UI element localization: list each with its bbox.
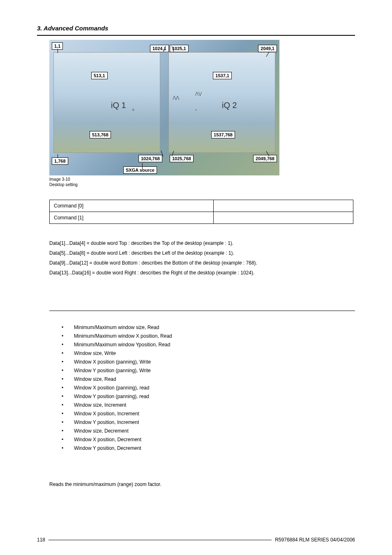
list-item: •Window X position, Increment [62,410,355,418]
list-item: •Window X position (panning), Write [62,358,355,366]
bullet-icon: • [62,341,74,349]
list-item-label: Window size, Read [74,375,116,384]
bullet-icon: • [62,366,74,375]
bullet-icon: • [62,435,74,444]
coord-br: 2049,768 [253,155,277,162]
list-item-label: Window X position, Decrement [74,435,141,444]
diagram-container: iQ 1 iQ 2 ⋀⋀ ⋀⋁ ✈ • 1,1 1024,1 1025,1 20… [49,40,355,175]
list-item: •Window X position, Decrement [62,435,355,444]
birds-decor: ⋀⋀ [173,95,179,100]
caption-line-1: Image 3-10 [49,177,70,182]
list-item-label: Window Y position (panning), read [74,392,149,401]
connector [142,163,143,170]
connector [58,49,58,53]
command-table: Command [0] Command [1] [49,200,353,224]
coord-ml-right: 1537,1 [213,72,232,79]
bullet-icon: • [62,332,74,341]
list-item-label: Window Y position, Increment [74,418,139,427]
caption-line-2: Desktop setting [49,182,78,187]
document-id: R5976884 RLM SERIES 04/04/2006 [275,537,355,543]
cmd1-value [214,212,353,224]
page-number: 118 [37,537,45,543]
list-item-label: Minimum/Maximum window X position, Read [74,332,172,341]
iq2-label: iQ 2 [222,101,237,110]
list-item-label: Window X position (panning), Write [74,358,151,366]
coord-bml: 1024,768 [138,155,162,162]
bullet-icon: • [62,410,74,418]
list-item-label: Window X position (panning), read [74,384,149,392]
list-item-label: Window Y position (panning), Write [74,366,151,375]
bullet-icon: • [62,418,74,427]
divider [49,311,355,311]
dot-decor: • [195,108,197,112]
list-item: •Window size, Write [62,349,355,358]
list-item: •Window Y position (panning), read [62,392,355,401]
list-item: •Window size, Increment [62,401,355,410]
list-item: •Window size, Decrement [62,427,355,435]
data-line-2: Data[5]...Data[8] = double word Left : d… [49,248,355,258]
data-line-4: Data[13]...Data[16] = double word Right … [49,268,355,278]
plane-decor: ✈ [131,108,135,112]
coord-ml-left: 513,1 [91,72,108,79]
list-item: •Minimum/Maximum window X position, Read [62,332,355,341]
coord-br-right: 1537,768 [211,131,235,138]
list-item-label: Window size, Decrement [74,427,129,435]
sxga-source-label: SXGA source [123,166,157,174]
header-rule [37,35,355,36]
bullet-icon: • [62,375,74,384]
list-item-label: Minimum/Maximum window size, Read [74,323,159,332]
list-item: •Window size, Read [62,375,355,384]
bullet-icon: • [62,358,74,366]
birds-decor: ⋀⋁ [195,91,202,96]
desktop-diagram: iQ 1 iQ 2 ⋀⋀ ⋀⋁ ✈ • 1,1 1024,1 1025,1 20… [49,40,279,175]
zoom-description: Reads the minimum/maximum (range) zoom f… [49,481,355,487]
bullet-icon: • [62,349,74,358]
list-item: •Window X position (panning), read [62,384,355,392]
footer-rule [48,540,272,540]
list-item-label: Window X position, Increment [74,410,139,418]
cmd0-label: Command [0] [50,200,214,212]
list-item: •Window Y position, Increment [62,418,355,427]
bullet-icon: • [62,384,74,392]
bullet-icon: • [62,323,74,332]
list-item: •Window Y position, Decrement [62,444,355,453]
bullet-list: •Minimum/Maximum window size, Read •Mini… [62,323,355,453]
data-line-3: Data[9]...Data[12] = double word Bottom … [49,258,355,268]
bullet-icon: • [62,427,74,435]
cmd0-value [214,200,353,212]
coord-bl-left: 513,768 [90,131,111,138]
list-item: •Minimum/Maximum window size, Read [62,323,355,332]
table-row: Command [1] [50,212,353,224]
table-row: Command [0] [50,200,353,212]
connector [58,154,58,158]
list-item: •Minimum/Maximum window Yposition, Read [62,341,355,349]
page-footer: 118 R5976884 RLM SERIES 04/04/2006 [37,537,355,543]
coord-bmr: 1025,768 [170,155,194,162]
list-item-label: Window Y position, Decrement [74,444,141,453]
bullet-icon: • [62,444,74,453]
coord-tm-left: 1024,1 [150,45,169,52]
iq1-label: iQ 1 [111,101,126,110]
list-item-label: Minimum/Maximum window Yposition, Read [74,341,170,349]
list-item-label: Window size, Increment [74,401,126,410]
list-item: •Window Y position (panning), Write [62,366,355,375]
section-header: 3. Advanced Commands [37,25,355,32]
data-description: Data[1]...Data[4] = double word Top : de… [49,238,355,278]
coord-tr: 2049,1 [258,45,277,52]
list-item-label: Window size, Write [74,349,116,358]
coord-bl: 1,768 [52,157,68,165]
bullet-icon: • [62,392,74,401]
data-line-1: Data[1]...Data[4] = double word Top : de… [49,238,355,248]
bullet-icon: • [62,401,74,410]
figure-caption: Image 3-10 Desktop setting [49,177,355,187]
cmd1-label: Command [1] [50,212,214,224]
